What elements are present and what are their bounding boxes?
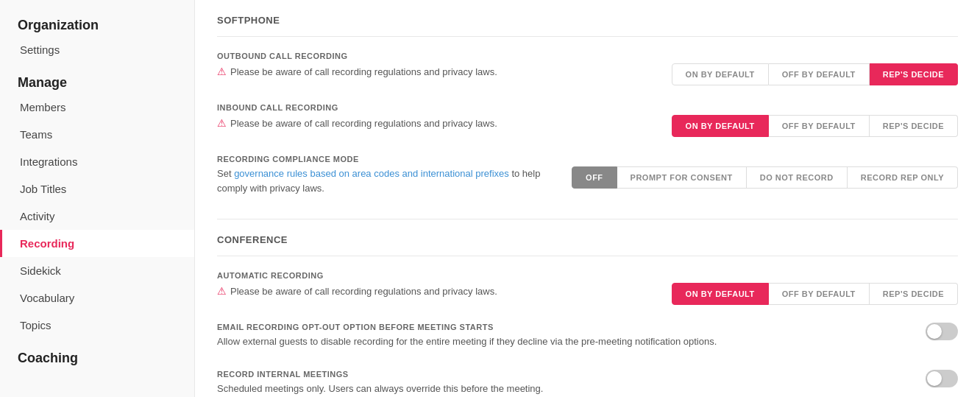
record-internal-label: RECORD INTERNAL MEETINGS (217, 370, 911, 379)
compliance-link[interactable]: governance rules based on area codes and… (234, 168, 509, 179)
automatic-warning: ⚠ Please be aware of call recording regu… (217, 285, 497, 297)
record-internal-description: Scheduled meetings only. Users can alway… (217, 382, 911, 396)
automatic-on-default-btn[interactable]: ON BY DEFAULT (672, 283, 769, 305)
sidebar-item-teams[interactable]: Teams (0, 121, 194, 148)
sidebar-item-settings[interactable]: Settings (0, 36, 194, 63)
automatic-warn-icon: ⚠ (217, 285, 227, 297)
sidebar-item-sidekick[interactable]: Sidekick (0, 257, 194, 284)
sidebar-item-job-titles[interactable]: Job Titles (0, 175, 194, 203)
automatic-recording-row: AUTOMATIC RECORDING ⚠ Please be aware of… (217, 271, 958, 305)
outbound-label: OUTBOUND CALL RECORDING (217, 52, 958, 60)
compliance-label: RECORDING COMPLIANCE MODE (217, 155, 958, 164)
manage-title: Manage (0, 63, 194, 94)
softphone-section-header: SOFTPHONE (217, 15, 958, 37)
automatic-off-default-btn[interactable]: OFF BY DEFAULT (769, 283, 870, 305)
automatic-btn-group: ON BY DEFAULT OFF BY DEFAULT REP'S DECID… (672, 283, 958, 305)
automatic-label: AUTOMATIC RECORDING (217, 271, 958, 280)
compliance-off-btn[interactable]: OFF (572, 166, 617, 189)
compliance-reponly-btn[interactable]: RECORD REP ONLY (848, 166, 958, 189)
inbound-on-default-btn[interactable]: ON BY DEFAULT (672, 115, 769, 137)
sidebar-item-recording[interactable]: Recording (0, 230, 194, 257)
outbound-btn-group: ON BY DEFAULT OFF BY DEFAULT REP'S DECID… (672, 63, 958, 85)
outbound-warn-icon: ⚠ (217, 66, 227, 77)
sidebar-item-integrations[interactable]: Integrations (0, 148, 194, 175)
outbound-recording-row: OUTBOUND CALL RECORDING ⚠ Please be awar… (217, 52, 958, 85)
inbound-label: INBOUND CALL RECORDING (217, 103, 958, 112)
compliance-btn-group: OFF PROMPT FOR CONSENT DO NOT RECORD REC… (572, 166, 958, 189)
organization-title: Organization (0, 12, 194, 36)
outbound-reps-decide-btn[interactable]: REP'S DECIDE (870, 63, 958, 85)
compliance-mode-row: RECORDING COMPLIANCE MODE Set governance… (217, 155, 958, 201)
inbound-reps-decide-btn[interactable]: REP'S DECIDE (870, 115, 958, 137)
sidebar-item-topics[interactable]: Topics (0, 312, 194, 339)
main-content: SOFTPHONE OUTBOUND CALL RECORDING ⚠ Plea… (195, 0, 980, 397)
compliance-donot-btn[interactable]: DO NOT RECORD (747, 166, 848, 189)
outbound-on-default-btn[interactable]: ON BY DEFAULT (672, 63, 769, 85)
compliance-prompt-btn[interactable]: PROMPT FOR CONSENT (617, 166, 747, 189)
sidebar: Organization Settings Manage Members Tea… (0, 0, 195, 397)
sidebar-item-members[interactable]: Members (0, 94, 194, 121)
record-internal-row: RECORD INTERNAL MEETINGS Scheduled meeti… (217, 370, 958, 398)
email-opt-out-label: EMAIL RECORDING OPT-OUT OPTION BEFORE ME… (217, 323, 911, 331)
inbound-warn-icon: ⚠ (217, 117, 227, 129)
email-opt-out-toggle[interactable] (926, 323, 958, 340)
record-internal-toggle[interactable] (926, 370, 958, 387)
inbound-recording-row: INBOUND CALL RECORDING ⚠ Please be aware… (217, 103, 958, 137)
outbound-off-default-btn[interactable]: OFF BY DEFAULT (769, 63, 870, 85)
compliance-description: Set governance rules based on area codes… (217, 166, 557, 195)
conference-section-header: CONFERENCE (217, 234, 958, 256)
email-opt-out-row: EMAIL RECORDING OPT-OUT OPTION BEFORE ME… (217, 323, 958, 355)
inbound-warning: ⚠ Please be aware of call recording regu… (217, 117, 497, 129)
outbound-warning: ⚠ Please be aware of call recording regu… (217, 66, 497, 77)
sidebar-item-vocabulary[interactable]: Vocabulary (0, 284, 194, 312)
automatic-reps-decide-btn[interactable]: REP'S DECIDE (870, 283, 958, 305)
email-opt-out-description: Allow external guests to disable recordi… (217, 334, 911, 349)
coaching-title: Coaching (0, 339, 194, 369)
inbound-off-default-btn[interactable]: OFF BY DEFAULT (769, 115, 870, 137)
inbound-btn-group: ON BY DEFAULT OFF BY DEFAULT REP'S DECID… (672, 115, 958, 137)
conference-divider (217, 219, 958, 219)
sidebar-item-activity[interactable]: Activity (0, 203, 194, 230)
